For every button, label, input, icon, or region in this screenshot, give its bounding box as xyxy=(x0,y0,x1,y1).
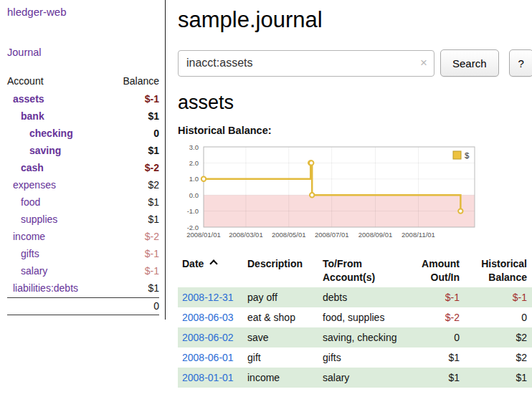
transaction-amount: 0 xyxy=(400,327,462,348)
transaction-date-link[interactable]: 2008-12-31 xyxy=(182,292,234,303)
transaction-description: pay off xyxy=(247,287,323,307)
column-header-description: Description xyxy=(247,256,323,284)
svg-text:3.0: 3.0 xyxy=(189,143,199,151)
account-link[interactable]: checking xyxy=(29,125,73,142)
app-title-link[interactable]: hledger-web xyxy=(7,6,159,18)
help-button[interactable]: ? xyxy=(509,49,532,77)
description-header-label: Description xyxy=(247,257,323,271)
register-row: 2008-12-31pay offdebts$-1$-1 xyxy=(178,287,532,307)
nav-journal-link[interactable]: Journal xyxy=(7,47,159,58)
account-link[interactable]: cash xyxy=(21,159,44,176)
account-link[interactable]: income xyxy=(13,228,45,245)
svg-text:2.0: 2.0 xyxy=(189,159,199,167)
svg-text:2008/07/01: 2008/07/01 xyxy=(315,231,349,239)
account-column-header: Account xyxy=(7,75,44,87)
transaction-accounts: saving, checking xyxy=(323,327,400,348)
svg-text:2008/03/01: 2008/03/01 xyxy=(229,231,263,239)
transaction-date-cell: 2008-06-02 xyxy=(178,327,247,348)
transaction-balance: $2 xyxy=(462,327,532,348)
account-balance: $1 xyxy=(148,279,159,297)
accounts-total-row: 0 xyxy=(7,297,159,315)
account-row: supplies$1 xyxy=(7,211,159,228)
transaction-description: eat & shop xyxy=(247,307,323,327)
transaction-amount: $-2 xyxy=(400,307,462,327)
main-content: sample.journal × Search ? assets Histori… xyxy=(166,0,532,417)
svg-text:1.0: 1.0 xyxy=(189,175,199,183)
transaction-balance: $1 xyxy=(462,368,532,388)
account-row: saving$1 xyxy=(7,142,159,159)
accounts-header-line2: Account(s) xyxy=(323,271,390,284)
sort-ascending-icon xyxy=(210,259,218,267)
account-balance: $-1 xyxy=(145,262,159,279)
account-balance: $-2 xyxy=(145,228,159,245)
balance-chart-svg: 3.02.01.00.0-1.0-2.02008/01/012008/03/01… xyxy=(178,141,479,241)
clear-search-icon[interactable]: × xyxy=(420,55,427,71)
transaction-balance: 0 xyxy=(462,307,532,327)
account-link[interactable]: expenses xyxy=(13,176,56,193)
transaction-accounts: gifts xyxy=(323,348,400,368)
svg-text:2008/11/01: 2008/11/01 xyxy=(402,231,435,239)
account-row: income$-2 xyxy=(7,228,159,245)
amount-header-line1: Amount xyxy=(400,257,460,271)
search-button[interactable]: Search xyxy=(440,49,499,77)
account-balance: 0 xyxy=(153,125,159,142)
svg-text:0.0: 0.0 xyxy=(189,191,199,199)
search-input[interactable] xyxy=(178,50,434,77)
account-link[interactable]: assets xyxy=(13,90,44,107)
register-table: Date Description To/From Account(s) Amou… xyxy=(178,256,532,388)
sidebar-accounts: assets$-1bank$1checking0saving$1cash$-2e… xyxy=(7,90,159,297)
transaction-date-cell: 2008-06-03 xyxy=(178,307,247,327)
account-balance: $-1 xyxy=(145,245,159,262)
accounts-table-header: Account Balance xyxy=(7,75,159,90)
register-body: 2008-12-31pay offdebts$-1$-12008-06-03ea… xyxy=(178,287,532,388)
account-balance: $2 xyxy=(148,176,159,193)
accounts-header-line1: To/From xyxy=(323,257,390,271)
account-link[interactable]: supplies xyxy=(21,211,57,228)
account-balance: $1 xyxy=(148,211,159,228)
column-header-date[interactable]: Date xyxy=(178,256,247,284)
transaction-date-cell: 2008-06-01 xyxy=(178,348,247,368)
account-link[interactable]: gifts xyxy=(21,245,39,262)
column-header-accounts: To/From Account(s) xyxy=(323,256,400,284)
transaction-date-cell: 2008-01-01 xyxy=(178,368,247,388)
transaction-balance: $-1 xyxy=(462,287,532,307)
account-row: expenses$2 xyxy=(7,176,159,193)
balance-chart: 3.02.01.00.0-1.0-2.02008/01/012008/03/01… xyxy=(178,141,482,241)
account-row: checking0 xyxy=(7,125,159,142)
transaction-description: gift xyxy=(247,348,323,368)
account-heading: assets xyxy=(178,92,532,114)
transaction-date-link[interactable]: 2008-06-02 xyxy=(182,332,234,343)
transaction-date-link[interactable]: 2008-06-03 xyxy=(182,312,234,323)
account-row: assets$-1 xyxy=(7,90,159,107)
svg-text:-1.0: -1.0 xyxy=(187,207,199,215)
sidebar: hledger-web Journal Account Balance asse… xyxy=(0,0,166,320)
account-balance: $1 xyxy=(148,107,159,125)
account-row: bank$1 xyxy=(7,107,159,125)
balance-header-line1: Historical xyxy=(462,257,527,271)
page-title: sample.journal xyxy=(178,7,532,33)
account-balance: $1 xyxy=(148,142,159,159)
svg-text:2008/05/01: 2008/05/01 xyxy=(272,231,306,239)
account-row: salary$-1 xyxy=(7,262,159,279)
svg-text:2008/09/01: 2008/09/01 xyxy=(358,231,393,239)
register-row: 2008-06-03eat & shopfood, supplies$-20 xyxy=(178,307,532,327)
search-bar: × Search ? xyxy=(178,49,532,77)
transaction-balance: $2 xyxy=(462,348,532,368)
register-row: 2008-06-01giftgifts$1$2 xyxy=(178,348,532,368)
column-header-amount: Amount Out/In xyxy=(400,256,462,284)
amount-header-line2: Out/In xyxy=(400,271,460,284)
account-link[interactable]: bank xyxy=(21,107,44,125)
date-header-label: Date xyxy=(182,258,204,269)
account-link[interactable]: salary xyxy=(21,262,47,279)
account-row: cash$-2 xyxy=(7,159,159,176)
transaction-date-link[interactable]: 2008-01-01 xyxy=(182,372,234,383)
account-balance: $-2 xyxy=(145,159,159,176)
account-balance: $1 xyxy=(148,193,159,211)
account-balance: $-1 xyxy=(145,90,159,107)
account-link[interactable]: food xyxy=(21,193,40,211)
balance-header-line2: Balance xyxy=(462,271,527,284)
account-link[interactable]: liabilities:debts xyxy=(13,279,78,297)
svg-text:-2.0: -2.0 xyxy=(187,224,199,231)
transaction-date-link[interactable]: 2008-06-01 xyxy=(182,352,234,363)
account-link[interactable]: saving xyxy=(29,142,61,159)
